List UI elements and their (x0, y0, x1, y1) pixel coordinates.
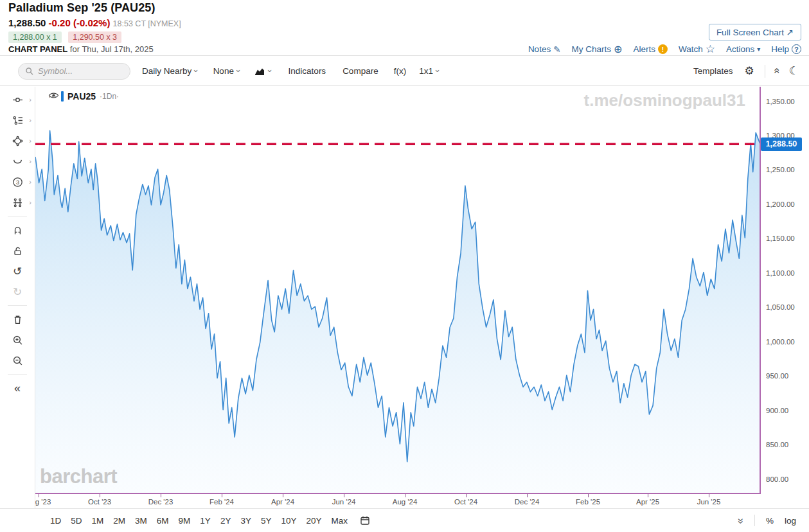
frequency-dropdown[interactable]: Daily Nearby › (142, 66, 198, 76)
range-6m[interactable]: 6M (157, 516, 169, 526)
range-max[interactable]: Max (331, 516, 348, 526)
x-axis-label: Aug '23 (35, 498, 51, 506)
chart-type-dropdown[interactable]: › (254, 67, 271, 76)
alert-warning-icon: ! (658, 44, 668, 54)
range-10y[interactable]: 10Y (281, 516, 296, 526)
range-3y[interactable]: 3Y (240, 516, 251, 526)
compare-button[interactable]: Compare (342, 66, 378, 76)
x-axis-tick (283, 494, 283, 497)
trendline-tool[interactable]: › (0, 110, 35, 130)
last-price-flag: 1,288.50 (761, 137, 802, 151)
y-axis-label: 1,150.00 (766, 235, 795, 242)
x-axis-label: Jun '24 (332, 498, 356, 506)
double-chevron-left-icon: « (14, 382, 21, 394)
x-axis-tick (466, 494, 467, 497)
y-axis-label: 850.00 (766, 441, 788, 448)
range-1y[interactable]: 1Y (200, 516, 211, 526)
range-2y[interactable]: 2Y (220, 516, 231, 526)
y-axis-label: 1,350.00 (766, 98, 795, 105)
y-axis-label: 1,200.00 (766, 200, 795, 208)
price-row: 1,288.50 -0.20 (-0.02%) 18:53 CT [NYMEX] (8, 17, 181, 28)
fx-button[interactable]: f(x) (394, 66, 407, 76)
caret-down-icon: ▾ (757, 46, 760, 53)
star-icon: ☆ (706, 42, 715, 56)
range-9m[interactable]: 9M (179, 516, 191, 526)
indicators-button[interactable]: Indicators (289, 66, 326, 76)
x-axis-tick (405, 494, 405, 497)
alerts-link[interactable]: Alerts ! (633, 44, 668, 54)
collapse-rail-button[interactable]: « (0, 378, 35, 398)
x-axis-tick (527, 494, 528, 497)
x-axis-label: Feb '25 (576, 498, 600, 506)
trendline-list-icon (12, 115, 23, 126)
percent-scale-toggle[interactable]: % (766, 516, 774, 526)
measure-line-icon (12, 94, 23, 105)
calendar-icon (360, 515, 370, 526)
collapse-toolbar-button[interactable]: » (774, 66, 779, 77)
x-axis-label: Aug '24 (393, 498, 418, 506)
symbol-search-input[interactable]: Symbol... (18, 63, 130, 80)
chart-legend: ⋯ PAU25 ·1Dn· (48, 91, 119, 102)
full-screen-chart-label: Full Screen Chart (716, 28, 784, 37)
range-5y[interactable]: 5Y (261, 516, 272, 526)
range-3m[interactable]: 3M (135, 516, 147, 526)
log-scale-toggle[interactable]: log (785, 516, 796, 526)
double-chevron-down-icon[interactable]: » (736, 519, 747, 523)
x-axis-tick (709, 494, 709, 497)
range-1m[interactable]: 1M (92, 516, 104, 526)
actions-link[interactable]: Actions ▾ (726, 44, 760, 54)
templates-button[interactable]: Templates (693, 66, 733, 76)
price-chart[interactable]: ⋯ PAU25 ·1Dn· t.me/osminogpaul31 barchar… (35, 87, 760, 493)
range-5d[interactable]: 5D (71, 516, 82, 526)
barchart-logo: barchart (40, 465, 117, 488)
eye-icon[interactable] (48, 91, 59, 100)
notes-pencil-icon: ✎ (553, 44, 560, 55)
watch-link[interactable]: Watch ☆ (679, 42, 715, 56)
shapes-tool[interactable]: › (0, 130, 35, 151)
chart-toolbar: Symbol... Daily Nearby › None › › Indica… (0, 57, 809, 86)
dark-mode-toggle[interactable]: ☾ (789, 64, 799, 78)
custom-date-range-button[interactable] (360, 515, 370, 526)
panel-label: CHART PANEL (8, 44, 67, 54)
notes-link[interactable]: Notes ✎ (528, 44, 561, 55)
y-axis-label: 950.00 (766, 372, 788, 380)
measure-line-tool[interactable]: › (0, 89, 35, 110)
zoom-out-button[interactable] (0, 350, 35, 371)
rail-divider (8, 216, 27, 217)
full-screen-chart-button[interactable]: Full Screen Chart ↗ (709, 24, 801, 40)
range-2m[interactable]: 2M (113, 516, 125, 526)
series-color-bar (61, 91, 64, 102)
elliott-wave-tool[interactable]: 3 › (0, 172, 35, 192)
help-link[interactable]: Help ? (771, 44, 801, 54)
zoom-out-icon (12, 355, 23, 366)
header-links: Notes ✎ My Charts ⊕ Alerts ! Watch ☆ Act… (528, 42, 801, 56)
x-axis-tick (344, 494, 344, 497)
x-axis[interactable]: Aug '23Oct '23Dec '23Feb '24Apr '24Jun '… (35, 494, 760, 508)
settings-gear-icon[interactable]: ⚙ (745, 64, 754, 78)
multi-point-tool[interactable]: › (0, 192, 35, 213)
diamond-shape-icon (12, 136, 23, 146)
delete-drawings-button[interactable] (0, 309, 35, 330)
toolbar-divider (765, 65, 765, 78)
chevron-right-icon: › (29, 178, 31, 186)
range-1d[interactable]: 1D (50, 516, 61, 526)
legend-frequency: ·1Dn· (100, 92, 119, 101)
range-20y[interactable]: 20Y (306, 516, 321, 526)
panel-caption: CHART PANEL for Thu, Jul 17th, 2025 (8, 44, 154, 54)
zoom-in-button[interactable] (0, 330, 35, 350)
tools-dropdown[interactable]: None › (213, 66, 240, 76)
quote-header: Palladium Sep '25 (PAU25) 1,288.50 -0.20… (0, 0, 809, 56)
grid-layout-dropdown[interactable]: 1x1 › (419, 66, 439, 76)
x-axis-tick (39, 494, 39, 497)
arc-curve-icon (12, 156, 23, 167)
redo-button[interactable]: ↻ (0, 281, 35, 302)
undo-button[interactable]: ↺ (0, 261, 35, 281)
chevron-down-icon: › (192, 69, 200, 72)
arc-tool[interactable]: › (0, 151, 35, 172)
area-fill (35, 130, 760, 493)
my-charts-link[interactable]: My Charts ⊕ (571, 43, 622, 55)
unlock-drawings-tool[interactable] (0, 240, 35, 261)
magnet-snap-tool[interactable] (0, 220, 35, 240)
chevron-right-icon: › (29, 116, 31, 124)
drawing-tool-rail: › › › › 3 › (0, 87, 35, 508)
